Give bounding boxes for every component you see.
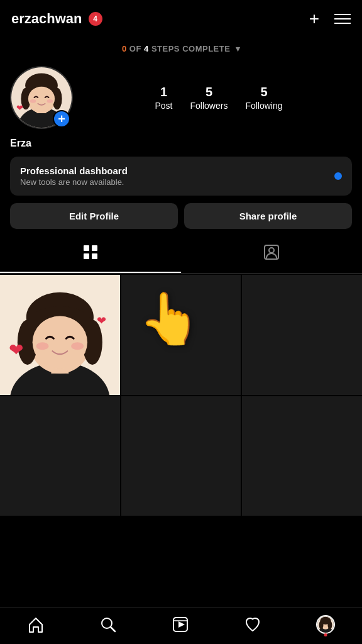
- content-tabs: [0, 236, 362, 274]
- posts-grid: ❤ ❤: [0, 275, 362, 516]
- svg-point-8: [28, 87, 55, 111]
- pro-subtitle: New tools are now available.: [20, 177, 128, 187]
- nav-home[interactable]: [27, 616, 45, 633]
- avatar-wrapper: ❤ +: [10, 66, 73, 129]
- nav-profile-image: [317, 616, 334, 633]
- tagged-icon: [263, 244, 280, 264]
- steps-arrow-icon: ▾: [236, 44, 241, 53]
- svg-rect-14: [84, 253, 89, 259]
- profile-buttons: Edit Profile Share profile: [10, 203, 352, 229]
- following-count: 5: [260, 85, 267, 99]
- pro-dashboard-card[interactable]: Professional dashboard New tools are now…: [10, 157, 352, 196]
- nav-reels[interactable]: [172, 616, 189, 633]
- nav-avatar-icon: [316, 615, 335, 634]
- grid-post-4: [121, 396, 241, 516]
- steps-of: OF: [129, 44, 141, 53]
- grid-icon: [82, 244, 99, 264]
- svg-point-28: [36, 342, 49, 350]
- svg-rect-12: [84, 245, 89, 251]
- grid-post-2: [242, 275, 362, 395]
- edit-profile-button[interactable]: Edit Profile: [10, 203, 178, 229]
- svg-line-33: [111, 627, 115, 631]
- grid-post-3: [0, 396, 120, 516]
- profile-top: ❤ + 1 Post 5 Followers 5 Following: [10, 66, 352, 129]
- grid-post-0[interactable]: ❤ ❤: [0, 275, 120, 395]
- svg-point-27: [33, 316, 87, 369]
- menu-icon[interactable]: [334, 14, 351, 24]
- stats-section: 1 Post 5 Followers 5 Following: [85, 85, 352, 111]
- pro-title: Professional dashboard: [20, 165, 128, 176]
- pro-indicator-dot: [334, 172, 342, 180]
- svg-point-17: [269, 248, 274, 253]
- grid-post-1: [121, 275, 241, 395]
- add-avatar-icon[interactable]: +: [53, 110, 70, 128]
- reels-icon: [172, 616, 189, 633]
- nav-profile[interactable]: [316, 615, 335, 634]
- svg-text:❤: ❤: [16, 103, 23, 113]
- tab-grid[interactable]: [0, 236, 181, 273]
- svg-text:❤: ❤: [9, 340, 23, 360]
- share-profile-button[interactable]: Share profile: [184, 203, 352, 229]
- svg-rect-15: [92, 253, 97, 259]
- profile-section: ❤ + 1 Post 5 Followers 5 Following: [0, 60, 362, 229]
- posts-count: 1: [160, 85, 167, 99]
- steps-suffix: STEPS COMPLETE: [151, 44, 230, 53]
- svg-point-10: [47, 99, 53, 103]
- bottom-navigation: [0, 607, 362, 644]
- home-icon: [27, 616, 45, 633]
- tab-tagged[interactable]: [181, 236, 362, 273]
- followers-label: Followers: [190, 101, 228, 111]
- svg-point-9: [30, 99, 36, 103]
- steps-total: 4: [144, 44, 149, 53]
- heart-icon: [244, 616, 261, 633]
- header-right: +: [309, 9, 351, 29]
- following-label: Following: [245, 101, 282, 111]
- username-label: erzachwan: [11, 11, 82, 27]
- nav-search[interactable]: [99, 616, 117, 633]
- header-left: erzachwan 4: [11, 11, 102, 27]
- grid-post-5: [242, 396, 362, 516]
- stat-followers[interactable]: 5 Followers: [190, 85, 228, 111]
- pro-dashboard-text: Professional dashboard New tools are now…: [20, 165, 128, 187]
- steps-banner[interactable]: 0 OF 4 STEPS COMPLETE ▾: [0, 38, 362, 60]
- nav-profile-dot: [324, 633, 327, 636]
- display-name: Erza: [10, 138, 352, 149]
- add-post-icon[interactable]: +: [309, 9, 319, 29]
- nav-activity[interactable]: [244, 616, 261, 633]
- search-icon: [99, 616, 117, 633]
- posts-label: Post: [155, 101, 172, 111]
- followers-count: 5: [206, 85, 212, 99]
- svg-point-41: [327, 621, 332, 630]
- stat-following[interactable]: 5 Following: [245, 85, 282, 111]
- header: erzachwan 4 +: [0, 0, 362, 38]
- notification-badge[interactable]: 4: [89, 12, 102, 26]
- svg-rect-13: [92, 245, 97, 251]
- steps-current: 0: [122, 44, 127, 53]
- svg-point-29: [71, 342, 84, 350]
- svg-point-40: [319, 621, 323, 630]
- stat-posts: 1 Post: [155, 85, 172, 111]
- svg-text:❤: ❤: [97, 314, 106, 327]
